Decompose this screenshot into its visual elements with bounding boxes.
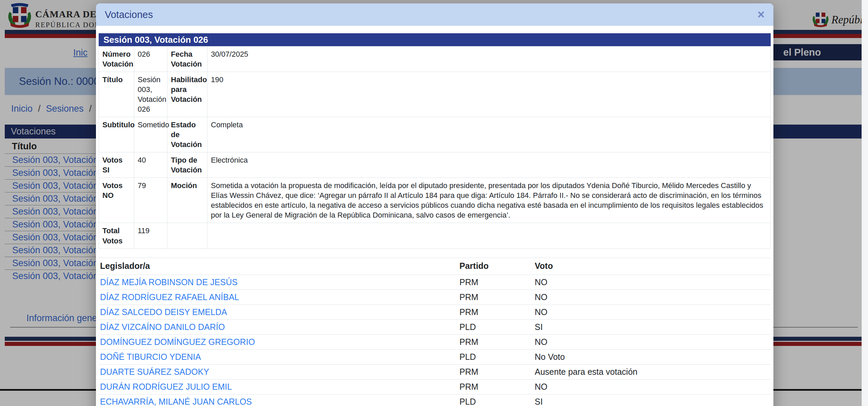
table-row: DÍAZ SALCEDO DEISY EMELDA PRM NO — [99, 304, 771, 319]
detail-label: Estado de Votación — [167, 117, 208, 152]
party-cell: PLD — [458, 319, 533, 334]
votaciones-modal: Votaciones × Sesión 003, Votación 026 Nú… — [96, 3, 773, 406]
legislator-link[interactable]: DURÁN RODRÍGUEZ JULIO EMIL — [100, 382, 232, 391]
detail-label: Votos SI — [99, 152, 134, 178]
vote-table-header: Sesión 003, Votación 026 — [99, 33, 771, 46]
legislators-table: Legislador/a Partido Voto DÍAZ MEJÍA ROB… — [99, 258, 771, 406]
party-cell: PRM — [458, 334, 533, 349]
party-cell: PRM — [458, 290, 533, 304]
legislator-link[interactable]: DOMÍNGUEZ DOMÍNGUEZ GREGORIO — [100, 337, 255, 347]
party-cell: PLD — [458, 349, 533, 364]
close-icon[interactable]: × — [757, 8, 765, 21]
browser-scrollbar-track[interactable] — [862, 0, 868, 406]
vote-cell: NO — [533, 290, 771, 304]
detail-value: 190 — [208, 72, 771, 117]
detail-value — [208, 223, 771, 248]
party-cell: PRM — [458, 364, 533, 379]
col-header-legislador: Legislador/a — [99, 258, 458, 275]
table-row: ECHAVARRÍA, MILANÉ JUAN CARLOS PLD SI — [99, 394, 771, 406]
detail-value: 026 — [134, 47, 167, 72]
detail-value: 40 — [134, 152, 167, 178]
detail-label: Fecha Votación — [167, 47, 208, 72]
page: Cámara de Diputados República Dominicana… — [0, 0, 868, 406]
vote-details-table: Número Votación 026 Fecha Votación 30/07… — [99, 46, 771, 249]
detail-value: 30/07/2025 — [208, 47, 771, 72]
table-row: DÍAZ MEJÍA ROBINSON DE JESÚS PRM NO — [99, 275, 771, 290]
legislator-link[interactable]: DÍAZ VIZCAÍNO DANILO DARÍO — [100, 322, 225, 332]
vote-cell: NO — [533, 275, 771, 290]
table-row: DOMÍNGUEZ DOMÍNGUEZ GREGORIO PRM NO — [99, 334, 771, 349]
vote-cell: SI — [533, 394, 771, 406]
detail-label — [167, 223, 208, 248]
modal-header: Votaciones × — [96, 3, 773, 26]
legislator-link[interactable]: DÍAZ SALCEDO DEISY EMELDA — [100, 307, 227, 317]
detail-value: Electrónica — [208, 152, 771, 178]
legislator-link[interactable]: ECHAVARRÍA, MILANÉ JUAN CARLOS — [100, 397, 252, 406]
vote-cell: NO — [533, 334, 771, 349]
vote-cell: No Voto — [533, 349, 771, 364]
table-row: Subtitulo Sometido Estado de Votación Co… — [99, 117, 771, 152]
table-header-row: Legislador/a Partido Voto — [99, 258, 771, 275]
detail-value-mocion: Sometida a votación la propuesta de modi… — [208, 178, 771, 223]
vote-cell: SI — [533, 319, 771, 334]
party-cell: PRM — [458, 275, 533, 290]
detail-label: Subtitulo — [99, 117, 134, 152]
vote-cell: Ausente para esta votación — [533, 364, 771, 379]
table-row: Total Votos 119 — [99, 223, 771, 248]
party-cell: PRM — [458, 304, 533, 319]
detail-value: 79 — [134, 178, 167, 223]
detail-value: 119 — [134, 223, 167, 248]
table-row: Votos SI 40 Tipo de Votación Electrónica — [99, 152, 771, 178]
table-row: DOÑÉ TIBURCIO YDENIA PLD No Voto — [99, 349, 771, 364]
detail-label: Título — [99, 72, 134, 117]
modal-title: Votaciones — [105, 9, 153, 20]
detail-label: Moción — [167, 178, 208, 223]
detail-label: Tipo de Votación — [167, 152, 208, 178]
detail-value: Completa — [208, 117, 771, 152]
table-row: Número Votación 026 Fecha Votación 30/07… — [99, 47, 771, 72]
modal-body: Sesión 003, Votación 026 Número Votación… — [96, 26, 773, 406]
legislator-link[interactable]: DÍAZ RODRÍGUEZ RAFAEL ANÍBAL — [100, 292, 239, 302]
detail-value: Sometido — [134, 117, 167, 152]
table-row: DUARTE SUÁREZ SADOKY PRM Ausente para es… — [99, 364, 771, 379]
detail-value: Sesión 003, Votación 026 — [134, 72, 167, 117]
detail-label: Votos NO — [99, 178, 134, 223]
table-row: Título Sesión 003, Votación 026 Habilita… — [99, 72, 771, 117]
detail-label: Habilitado para Votación — [167, 72, 208, 117]
col-header-voto: Voto — [533, 258, 771, 275]
vote-cell: NO — [533, 304, 771, 319]
table-row: DÍAZ RODRÍGUEZ RAFAEL ANÍBAL PRM NO — [99, 290, 771, 304]
vote-cell: NO — [533, 379, 771, 394]
legislator-link[interactable]: DUARTE SUÁREZ SADOKY — [100, 367, 209, 376]
detail-label: Número Votación — [99, 47, 134, 72]
table-row: DÍAZ VIZCAÍNO DANILO DARÍO PLD SI — [99, 319, 771, 334]
table-row: DURÁN RODRÍGUEZ JULIO EMIL PRM NO — [99, 379, 771, 394]
party-cell: PRM — [458, 379, 533, 394]
col-header-partido: Partido — [458, 258, 533, 275]
legislator-link[interactable]: DÍAZ MEJÍA ROBINSON DE JESÚS — [100, 277, 238, 287]
detail-label: Total Votos — [99, 223, 134, 248]
legislator-link[interactable]: DOÑÉ TIBURCIO YDENIA — [100, 352, 201, 362]
party-cell: PLD — [458, 394, 533, 406]
table-row: Votos NO 79 Moción Sometida a votación l… — [99, 178, 771, 223]
